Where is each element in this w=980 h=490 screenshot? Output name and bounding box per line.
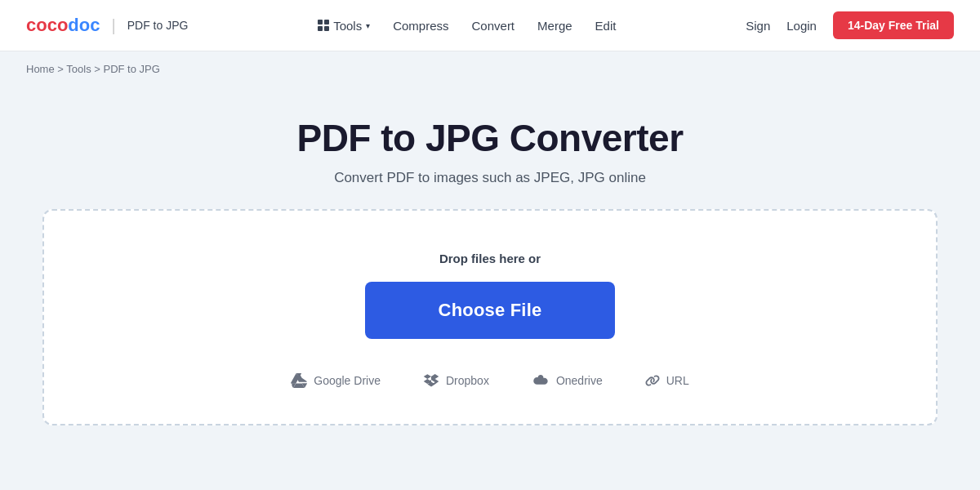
nav-convert[interactable]: Convert <box>472 19 515 33</box>
logo-text: cocodoc <box>26 15 100 36</box>
logo-coco: coco <box>26 15 68 35</box>
dropbox-label: Dropbox <box>446 374 489 387</box>
breadcrumb-home[interactable]: Home <box>26 63 55 75</box>
sign-link[interactable]: Sign <box>746 19 770 33</box>
logo-subtitle: PDF to JPG <box>127 19 189 32</box>
hero-subtitle: Convert PDF to images such as JPEG, JPG … <box>26 170 954 186</box>
breadcrumb-sep1: > <box>55 63 67 75</box>
nav-tools-label: Tools <box>333 19 362 33</box>
url-icon <box>645 373 660 388</box>
main-nav: Tools ▾ Compress Convert Merge Edit <box>214 19 719 33</box>
choose-file-button[interactable]: Choose File <box>365 282 616 339</box>
nav-tools[interactable]: Tools ▾ <box>318 19 370 33</box>
trial-button[interactable]: 14-Day Free Trial <box>833 11 954 39</box>
breadcrumb-sep2: > <box>91 63 104 75</box>
nav-compress[interactable]: Compress <box>393 19 448 33</box>
drop-label: Drop files here or <box>439 252 541 265</box>
header-actions: Sign Login 14-Day Free Trial <box>746 11 954 39</box>
google-drive-option[interactable]: Google Drive <box>291 373 381 388</box>
dropzone[interactable]: Drop files here or Choose File Google Dr… <box>42 209 938 425</box>
dropbox-icon <box>423 373 439 388</box>
google-drive-label: Google Drive <box>314 374 381 387</box>
logo-doc: doc <box>68 15 100 35</box>
logo-divider: | <box>111 16 115 35</box>
nav-edit[interactable]: Edit <box>595 19 617 33</box>
grid-icon <box>318 20 329 31</box>
url-option[interactable]: URL <box>645 373 689 388</box>
url-label: URL <box>666 374 689 387</box>
nav-merge[interactable]: Merge <box>537 19 572 33</box>
cloud-sources: Google Drive Dropbox Onedrive URL <box>291 373 688 388</box>
onedrive-icon <box>532 375 550 386</box>
google-drive-icon <box>291 373 307 388</box>
breadcrumb-current: PDF to JPG <box>103 63 159 75</box>
onedrive-label: Onedrive <box>556 374 603 387</box>
chevron-down-icon: ▾ <box>366 21 370 30</box>
header: cocodoc | PDF to JPG Tools ▾ Compress Co… <box>0 0 980 51</box>
page-title: PDF to JPG Converter <box>26 116 954 160</box>
breadcrumb: Home > Tools > PDF to JPG <box>0 51 980 87</box>
dropbox-option[interactable]: Dropbox <box>423 373 489 388</box>
login-link[interactable]: Login <box>786 19 817 33</box>
breadcrumb-tools[interactable]: Tools <box>66 63 91 75</box>
hero-section: PDF to JPG Converter Convert PDF to imag… <box>0 87 980 209</box>
dropzone-wrapper: Drop files here or Choose File Google Dr… <box>0 209 980 452</box>
logo-area: cocodoc | PDF to JPG <box>26 15 188 36</box>
onedrive-option[interactable]: Onedrive <box>532 374 603 387</box>
